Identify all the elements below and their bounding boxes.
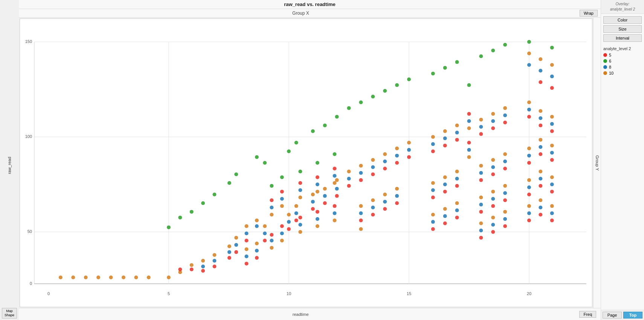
svg-point-243 <box>467 148 471 152</box>
svg-point-155 <box>479 125 483 129</box>
svg-point-269 <box>550 122 554 126</box>
color-button[interactable]: Color <box>603 16 642 24</box>
svg-point-257 <box>539 152 542 156</box>
svg-point-169 <box>491 126 495 130</box>
svg-point-150 <box>455 201 459 205</box>
svg-point-128 <box>431 188 435 192</box>
svg-point-51 <box>263 224 267 228</box>
svg-point-161 <box>479 203 483 207</box>
svg-point-59 <box>295 204 298 208</box>
svg-point-127 <box>431 181 435 185</box>
size-button[interactable]: Size <box>603 25 642 33</box>
svg-point-180 <box>503 106 507 110</box>
svg-point-76 <box>347 177 351 181</box>
svg-point-34 <box>201 201 205 205</box>
svg-point-263 <box>539 213 542 217</box>
svg-point-170 <box>491 158 495 162</box>
svg-point-189 <box>503 210 507 214</box>
top-button[interactable]: Top <box>623 312 642 318</box>
svg-point-275 <box>550 182 554 186</box>
wrap-button[interactable]: Wrap <box>580 10 598 17</box>
svg-point-215 <box>280 231 284 235</box>
svg-text:10: 10 <box>287 291 291 296</box>
svg-point-105 <box>395 161 399 165</box>
svg-point-66 <box>323 124 327 127</box>
svg-point-252 <box>539 109 542 113</box>
svg-point-99 <box>383 152 387 156</box>
svg-point-276 <box>550 190 554 193</box>
svg-point-132 <box>431 227 435 231</box>
chart-plot-area: 150 100 50 0 0 5 <box>20 18 592 307</box>
svg-point-236 <box>333 211 336 215</box>
svg-point-232 <box>316 182 319 186</box>
svg-point-33 <box>190 268 194 271</box>
map-shape-button[interactable]: Map Shape <box>2 308 17 318</box>
svg-point-101 <box>383 167 387 170</box>
freq-button[interactable]: Freq <box>579 311 596 318</box>
svg-point-41 <box>212 265 216 268</box>
svg-point-40 <box>212 259 216 263</box>
svg-point-185 <box>503 167 507 170</box>
svg-point-190 <box>503 217 507 221</box>
svg-point-126 <box>431 149 435 153</box>
svg-point-141 <box>443 214 447 218</box>
svg-point-187 <box>503 191 507 195</box>
svg-point-111 <box>359 211 363 215</box>
svg-point-178 <box>491 230 495 234</box>
svg-point-78 <box>245 247 249 251</box>
svg-point-139 <box>443 190 447 193</box>
svg-point-266 <box>550 75 554 78</box>
svg-point-171 <box>491 165 495 169</box>
legend-item-6: 6 <box>603 59 642 63</box>
svg-point-233 <box>316 175 319 179</box>
svg-point-80 <box>245 262 249 265</box>
svg-point-44 <box>227 250 231 254</box>
svg-point-47 <box>234 236 238 240</box>
svg-point-224 <box>298 196 302 199</box>
svg-point-239 <box>333 174 336 178</box>
svg-point-241 <box>333 152 336 156</box>
svg-point-261 <box>539 198 542 202</box>
x-axis-label: readtime <box>293 312 309 317</box>
svg-point-158 <box>479 171 483 175</box>
legend-item-5: 5 <box>603 53 642 57</box>
svg-point-75 <box>347 170 351 173</box>
svg-point-89 <box>255 155 259 159</box>
svg-point-148 <box>455 177 459 181</box>
svg-point-227 <box>298 170 302 173</box>
main-container: raw_read Map Shape raw_read vs. readtime… <box>0 0 644 320</box>
svg-point-238 <box>333 181 336 185</box>
svg-point-72 <box>335 187 339 191</box>
svg-point-157 <box>479 164 483 168</box>
svg-point-151 <box>455 208 459 212</box>
svg-point-19 <box>71 276 75 279</box>
svg-point-268 <box>550 115 554 119</box>
svg-point-107 <box>407 141 411 145</box>
svg-point-30 <box>178 268 182 271</box>
svg-point-270 <box>550 129 554 133</box>
svg-text:20: 20 <box>527 291 531 296</box>
svg-point-109 <box>407 155 411 159</box>
interval-button[interactable]: Interval <box>603 34 642 42</box>
svg-point-225 <box>298 188 302 192</box>
svg-point-218 <box>280 197 284 201</box>
svg-point-194 <box>527 63 531 67</box>
svg-point-138 <box>443 182 447 186</box>
svg-point-122 <box>395 201 399 205</box>
svg-point-36 <box>201 265 205 268</box>
svg-point-21 <box>96 276 100 279</box>
svg-point-182 <box>503 121 507 124</box>
chart-title: raw_read vs. readtime <box>19 0 601 9</box>
svg-point-197 <box>527 115 531 119</box>
svg-point-20 <box>84 276 88 279</box>
svg-point-137 <box>443 175 447 179</box>
svg-point-130 <box>431 213 435 217</box>
svg-point-50 <box>263 161 267 165</box>
svg-point-83 <box>245 239 249 242</box>
page-button[interactable]: Page <box>603 312 622 318</box>
svg-point-202 <box>527 185 531 189</box>
svg-point-256 <box>539 145 542 149</box>
svg-point-181 <box>503 113 507 117</box>
svg-point-216 <box>280 224 284 228</box>
legend-title: analyte_level 2 <box>603 46 642 51</box>
